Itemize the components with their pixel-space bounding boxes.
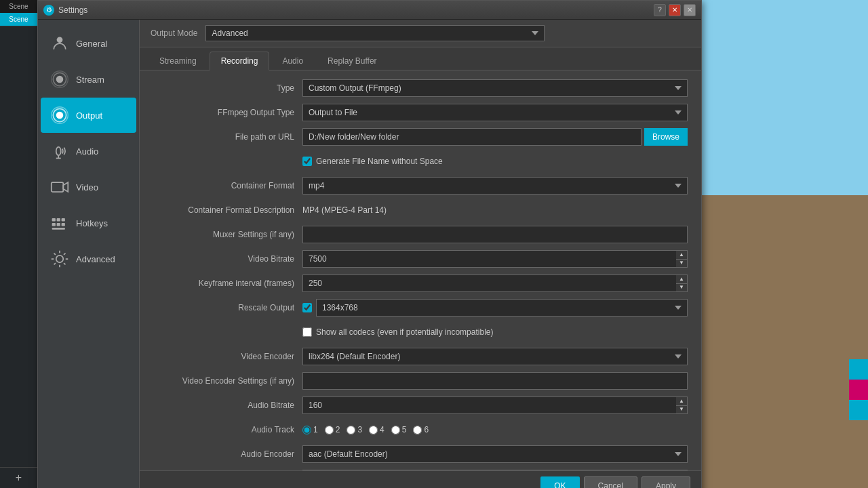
video-encoder-settings-row: Video Encoder Settings (if any) (153, 371, 688, 390)
audio-encoder-control: aac (Default Encoder) mp3 opus (302, 445, 688, 463)
tab-audio[interactable]: Audio (271, 52, 315, 70)
output-icon (49, 104, 71, 126)
file-path-control: Browse (302, 128, 688, 146)
browse-button[interactable]: Browse (644, 128, 688, 146)
video-encoder-row: Video Encoder libx264 (Default Encoder) … (153, 347, 688, 366)
right-blocks (849, 359, 868, 420)
audio-track-3[interactable]: 3 (347, 425, 362, 434)
scene-item[interactable]: Scene (0, 13, 37, 26)
sidebar: General Stream (38, 20, 140, 488)
ffmpeg-output-type-control: Output to File Output to URL (302, 104, 688, 121)
container-format-label: Container Format (153, 181, 302, 190)
sidebar-item-output[interactable]: Output (41, 98, 136, 133)
title-bar-controls: ? ✕ ✕ (654, 4, 696, 16)
content-area: Output Mode Advanced Simple Streaming Re… (140, 20, 701, 488)
rescale-output-select[interactable]: 1364x768 1920x1080 868x488 (316, 299, 688, 317)
audio-track-row: Audio Track 1 2 3 (153, 420, 688, 439)
tab-replay-buffer[interactable]: Replay Buffer (316, 52, 389, 70)
show-all-codecs-control: Show all codecs (even if potentially inc… (302, 327, 688, 337)
container-format-select[interactable]: mp4 mkv flv (302, 177, 688, 195)
general-icon (49, 33, 71, 54)
type-label: Type (153, 83, 302, 93)
file-path-row: File path or URL Browse (153, 127, 688, 146)
generate-filename-control: Generate File Name without Space (302, 157, 688, 166)
video-bitrate-input[interactable] (302, 250, 676, 268)
ok-button[interactable]: OK (540, 476, 579, 488)
container-format-desc-value: MP4 (MPEG-4 Part 14) (302, 203, 387, 218)
svg-point-0 (57, 37, 63, 43)
audio-bitrate-label: Audio Bitrate (153, 401, 302, 410)
output-mode-select[interactable]: Advanced Simple (205, 25, 545, 41)
audio-track-1[interactable]: 1 (302, 425, 318, 434)
sidebar-item-advanced[interactable]: Advanced (41, 241, 136, 277)
tab-streaming[interactable]: Streaming (148, 52, 208, 70)
audio-track-2[interactable]: 2 (325, 425, 340, 434)
generate-filename-row: Generate File Name without Space (153, 152, 688, 171)
audio-bitrate-control: ▲ ▼ (302, 396, 688, 414)
keyframe-interval-control: ▲ ▼ (302, 274, 688, 292)
type-row: Type Custom Output (FFmpeg) Standard (153, 79, 688, 98)
video-bitrate-down[interactable]: ▼ (676, 259, 687, 268)
audio-bitrate-up[interactable]: ▲ (676, 397, 687, 405)
sidebar-item-hotkeys[interactable]: Hotkeys (41, 205, 136, 241)
keyframe-interval-input[interactable] (302, 274, 676, 292)
audio-track-4[interactable]: 4 (369, 425, 384, 434)
tab-recording[interactable]: Recording (210, 52, 270, 70)
keyframe-interval-label: Keyframe interval (frames) (153, 279, 302, 288)
sidebar-label-audio: Audio (76, 146, 98, 157)
audio-track-6[interactable]: 6 (413, 425, 429, 434)
audio-bitrate-input[interactable] (302, 396, 676, 414)
svg-point-7 (56, 147, 61, 155)
muxer-settings-input[interactable] (302, 226, 688, 243)
settings-window: ⚙ Settings ? ✕ ✕ General (37, 0, 702, 488)
audio-track-5[interactable]: 5 (391, 425, 407, 434)
sidebar-item-audio[interactable]: Audio (41, 134, 136, 169)
video-encoder-settings-label: Video Encoder Settings (if any) (153, 376, 302, 386)
keyframe-interval-down[interactable]: ▼ (676, 283, 687, 292)
audio-track-control: 1 2 3 4 5 (302, 425, 688, 434)
video-bitrate-up[interactable]: ▲ (676, 251, 687, 259)
file-path-input[interactable] (302, 128, 642, 146)
keyframe-interval-up[interactable]: ▲ (676, 275, 687, 283)
video-encoder-settings-input[interactable] (302, 372, 688, 390)
file-path-with-browse: Browse (302, 128, 688, 146)
close-button[interactable]: ✕ (669, 4, 681, 16)
help-button[interactable]: ? (654, 4, 666, 16)
close-button-2[interactable]: ✕ (684, 4, 696, 16)
muxer-settings-row: Muxer Settings (if any) (153, 225, 688, 244)
ffmpeg-output-type-select[interactable]: Output to File Output to URL (302, 104, 688, 121)
svg-rect-15 (57, 223, 60, 226)
container-format-desc-row: Container Format Description MP4 (MPEG-4… (153, 201, 688, 220)
audio-track-label: Audio Track (153, 425, 302, 434)
container-format-row: Container Format mp4 mkv flv (153, 176, 688, 195)
scene-add-button[interactable]: + (0, 467, 37, 488)
apply-button[interactable]: Apply (642, 476, 690, 488)
video-bitrate-label: Video Bitrate (153, 254, 302, 264)
generate-filename-checkbox-row: Generate File Name without Space (302, 157, 688, 166)
sidebar-item-stream[interactable]: Stream (41, 62, 136, 97)
muxer-settings-control (302, 226, 688, 243)
output-mode-bar: Output Mode Advanced Simple (140, 20, 701, 47)
show-all-codecs-checkbox[interactable] (302, 327, 312, 337)
video-bitrate-control: ▲ ▼ (302, 250, 688, 268)
type-select[interactable]: Custom Output (FFmpeg) Standard (302, 79, 688, 97)
tabs: Streaming Recording Audio Replay Buffer (140, 47, 701, 70)
audio-bitrate-row: Audio Bitrate ▲ ▼ (153, 396, 688, 415)
audio-encoder-select[interactable]: aac (Default Encoder) mp3 opus (302, 445, 688, 463)
sidebar-label-video: Video (76, 182, 98, 192)
generate-filename-checkbox[interactable] (302, 157, 312, 166)
rescale-output-checkbox[interactable] (302, 303, 312, 312)
video-bitrate-spinner-buttons: ▲ ▼ (676, 250, 688, 268)
video-encoder-select[interactable]: libx264 (Default Encoder) libx265 h264_n… (302, 348, 688, 365)
sidebar-item-video[interactable]: Video (41, 169, 136, 205)
output-mode-label: Output Mode (151, 28, 197, 38)
svg-rect-12 (57, 218, 60, 221)
audio-bitrate-down[interactable]: ▼ (676, 405, 687, 414)
sidebar-item-general[interactable]: General (41, 26, 136, 61)
sidebar-label-hotkeys: Hotkeys (76, 218, 108, 228)
settings-form: Type Custom Output (FFmpeg) Standard FFm… (140, 70, 701, 470)
cancel-button[interactable]: Cancel (584, 476, 637, 488)
window-icon: ⚙ (43, 5, 54, 16)
video-encoder-label: Video Encoder (153, 352, 302, 361)
svg-rect-13 (62, 218, 65, 221)
